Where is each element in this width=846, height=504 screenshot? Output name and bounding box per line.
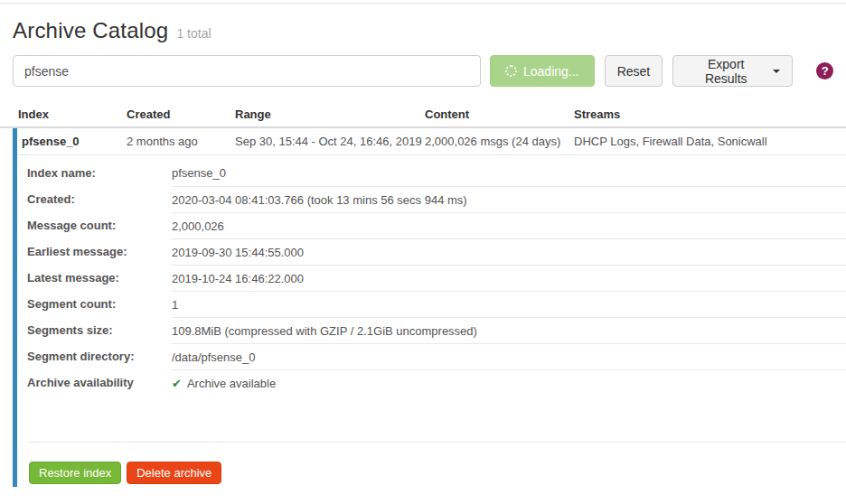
archive-entry: pfsense_0 2 months ago Sep 30, 15:44 - O… (13, 128, 846, 487)
export-button-label: Export Results (685, 57, 766, 86)
reset-button[interactable]: Reset (605, 55, 663, 87)
help-icon[interactable]: ? (816, 62, 833, 79)
detail-value: 109.8MiB (compressed with GZIP / 2.1GiB … (172, 317, 846, 343)
detail-label: Archive availability (27, 369, 172, 396)
caret-down-icon (773, 70, 780, 73)
row-range: Sep 30, 15:44 - Oct 24, 16:46, 2019 (235, 135, 425, 148)
detail-label: Latest message: (27, 265, 172, 291)
detail-value: 1 (172, 291, 846, 317)
spinner-icon (505, 65, 517, 77)
details-spacer (17, 396, 846, 442)
row-streams: DHCP Logs, Firewall Data, Sonicwall (574, 135, 846, 148)
detail-label: Index name: (27, 160, 172, 186)
archive-details: Index name: pfsense_0 Created: 2020-03-0… (17, 155, 846, 396)
detail-row-segment-count: Segment count: 1 (17, 291, 846, 317)
detail-row-latest-message: Latest message: 2019-10-24 16:46:22.000 (17, 265, 846, 291)
detail-row-earliest-message: Earliest message: 2019-09-30 15:44:55.00… (17, 238, 846, 265)
column-header-created: Created (127, 107, 235, 121)
column-header-index: Index (18, 107, 127, 121)
detail-label: Earliest message: (27, 238, 172, 265)
delete-archive-button[interactable]: Delete archive (127, 462, 221, 484)
column-header-range: Range (235, 107, 425, 121)
loading-button-label: Loading... (523, 64, 579, 79)
detail-value: ✔ Archive available (172, 369, 846, 396)
availability-text: Archive available (187, 377, 276, 390)
loading-button[interactable]: Loading... (490, 55, 595, 87)
detail-row-index-name: Index name: pfsense_0 (17, 160, 846, 186)
row-created: 2 months ago (127, 135, 235, 148)
search-input[interactable] (13, 55, 481, 87)
delete-button-label: Delete archive (136, 466, 212, 480)
entry-actions: Restore index Delete archive (17, 443, 846, 487)
table-header-row: Index Created Range Content Streams (0, 102, 846, 128)
detail-row-segment-directory: Segment directory: /data/pfsense_0 (17, 343, 846, 369)
detail-label: Segment directory: (27, 343, 172, 369)
detail-value: /data/pfsense_0 (172, 343, 846, 369)
detail-label: Segments size: (27, 317, 172, 343)
detail-row-created: Created: 2020-03-04 08:41:03.766 (took 1… (17, 186, 846, 212)
table-row[interactable]: pfsense_0 2 months ago Sep 30, 15:44 - O… (17, 128, 846, 155)
page-title: Archive Catalog (13, 18, 168, 43)
reset-button-label: Reset (617, 64, 651, 79)
restore-index-button[interactable]: Restore index (29, 462, 121, 484)
detail-value: pfsense_0 (172, 160, 846, 186)
detail-row-segments-size: Segments size: 109.8MiB (compressed with… (17, 317, 846, 343)
restore-button-label: Restore index (39, 466, 111, 480)
row-index-name: pfsense_0 (22, 135, 127, 148)
detail-value: 2020-03-04 08:41:03.766 (took 13 mins 56… (172, 186, 846, 212)
detail-label: Created: (27, 186, 172, 212)
column-header-streams: Streams (574, 107, 846, 121)
search-toolbar: Loading... Reset Export Results ? (13, 55, 833, 87)
row-content: 2,000,026 msgs (24 days) (425, 135, 574, 148)
column-header-content: Content (425, 107, 574, 121)
detail-row-message-count: Message count: 2,000,026 (17, 212, 846, 238)
page-header: Archive Catalog 1 total (0, 4, 846, 43)
total-count-badge: 1 total (176, 26, 211, 41)
export-results-button[interactable]: Export Results (672, 55, 793, 87)
detail-label: Segment count: (27, 291, 172, 317)
detail-value: 2019-10-24 16:46:22.000 (172, 265, 846, 291)
detail-value: 2,000,026 (172, 212, 846, 238)
detail-value: 2019-09-30 15:44:55.000 (172, 238, 846, 265)
check-icon: ✔ (172, 377, 182, 390)
detail-label: Message count: (27, 212, 172, 238)
detail-row-archive-availability: Archive availability ✔ Archive available (17, 369, 846, 396)
